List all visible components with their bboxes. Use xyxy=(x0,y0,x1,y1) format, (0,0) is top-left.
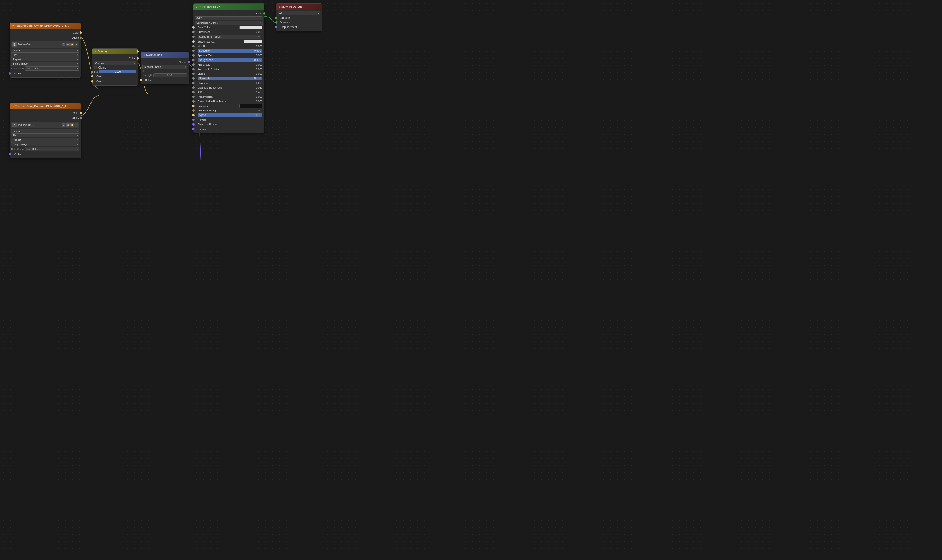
vector-socket-in-1[interactable] xyxy=(9,72,11,75)
interpolation-select-1[interactable]: Linear xyxy=(11,49,79,53)
base-color-socket[interactable] xyxy=(192,26,195,29)
projection-select-1[interactable]: Flat xyxy=(11,53,79,57)
projection-wrap-1[interactable]: Flat xyxy=(11,53,79,57)
roughness-socket[interactable] xyxy=(192,59,195,61)
shield-btn-1[interactable]: 🛡 xyxy=(62,43,65,46)
collapse-icon-2[interactable]: ∨ xyxy=(12,105,14,108)
subsurface-radius-socket[interactable] xyxy=(192,35,195,38)
copy-btn-2[interactable]: ⧉ xyxy=(66,123,70,127)
space-select[interactable]: Tangent Space xyxy=(142,65,188,69)
blend-mode-select[interactable]: Overlay xyxy=(94,61,136,65)
color-socket-out-1[interactable] xyxy=(80,31,82,34)
bsdf-title: Principled BSDF xyxy=(199,5,220,8)
fac-value[interactable]: 1.000 xyxy=(99,70,136,73)
strength-value[interactable]: 1.000 xyxy=(153,73,187,77)
distribution-wrap[interactable]: GGX xyxy=(195,16,263,20)
collapse-icon-matout[interactable]: ∨ xyxy=(279,6,280,8)
emission-socket[interactable] xyxy=(192,105,195,107)
subsurface-method-select[interactable]: Christensen-Burley xyxy=(195,21,263,25)
specular-tint-socket[interactable] xyxy=(192,54,195,57)
space-wrap[interactable]: Tangent Space xyxy=(142,65,188,69)
copy-btn-1[interactable]: ⧉ xyxy=(66,43,70,46)
bsdf-socket-out[interactable] xyxy=(263,12,265,15)
metallic-socket[interactable] xyxy=(192,45,195,47)
target-select[interactable]: All xyxy=(278,11,320,15)
subsurface-color-socket[interactable] xyxy=(192,40,195,43)
emission-swatch[interactable] xyxy=(239,104,262,108)
sheen-tint-socket[interactable] xyxy=(192,77,195,80)
clamp-checkbox[interactable] xyxy=(94,66,97,69)
color-socket-out-2[interactable] xyxy=(80,112,82,114)
base-color-swatch[interactable] xyxy=(239,26,262,29)
color-space-wrap-1[interactable]: Non-Color xyxy=(25,66,79,71)
volume-socket[interactable] xyxy=(275,22,277,24)
clearcoat-roughness-socket[interactable] xyxy=(192,86,195,89)
folder-btn-2[interactable]: 📁 xyxy=(70,123,74,127)
alpha-socket[interactable] xyxy=(192,114,195,116)
sheen-socket[interactable] xyxy=(192,73,195,75)
color-socket-overlay-out2[interactable] xyxy=(137,57,139,60)
ior-socket[interactable] xyxy=(192,91,195,93)
fac-socket[interactable] xyxy=(91,71,93,73)
extension-select-2[interactable]: Repeat xyxy=(11,138,79,142)
subsurface-radius-select[interactable]: Subsurface Radius xyxy=(197,35,261,39)
normal-socket-bsdf[interactable] xyxy=(192,118,195,121)
subsurface-socket[interactable] xyxy=(192,31,195,33)
alpha-socket-out-1[interactable] xyxy=(80,37,82,39)
subsurface-method-wrap[interactable]: Christensen-Burley xyxy=(195,21,263,25)
normal-socket-out[interactable] xyxy=(188,61,190,63)
distribution-select[interactable]: GGX xyxy=(195,16,263,20)
trans-roughness-socket[interactable] xyxy=(192,100,195,103)
source-wrap-2[interactable]: Single Image xyxy=(11,142,79,146)
blend-mode-wrap[interactable]: Overlay xyxy=(94,61,136,65)
alpha-socket-out-2[interactable] xyxy=(80,117,82,119)
transmission-socket[interactable] xyxy=(192,95,195,98)
interpolation-wrap-2[interactable]: Linear xyxy=(11,129,79,133)
color-space-select-1[interactable]: Non-Color xyxy=(25,66,79,71)
collapse-icon-1[interactable]: ∨ xyxy=(12,25,14,27)
projection-select-2[interactable]: Flat xyxy=(11,133,79,137)
clearcoat-socket[interactable] xyxy=(192,82,195,84)
source-select-2[interactable]: Single Image xyxy=(11,142,79,146)
subsurface-color-swatch[interactable] xyxy=(244,40,262,43)
color-space-wrap-2[interactable]: Non-Color xyxy=(25,147,79,151)
source-wrap-1[interactable]: Single Image xyxy=(11,62,79,66)
overlay-title: Overlay xyxy=(97,50,108,53)
extension-select-1[interactable]: Repeat xyxy=(11,57,79,62)
tangent-socket[interactable] xyxy=(192,128,195,130)
collapse-icon-overlay[interactable]: ∨ xyxy=(94,50,96,53)
folder-btn-1[interactable]: 📁 xyxy=(70,43,74,46)
color2-socket[interactable] xyxy=(91,80,93,83)
specular-tint-label: Specular Tint xyxy=(197,54,256,57)
specular-socket[interactable] xyxy=(192,50,195,52)
vector-socket-in-2[interactable] xyxy=(9,153,11,155)
close-btn-2[interactable]: × xyxy=(75,123,78,127)
collapse-icon-bsdf[interactable]: ∨ xyxy=(196,6,197,8)
color-socket-overlay-out[interactable] xyxy=(137,50,139,53)
specular-tint-value: 0.000 xyxy=(256,54,262,57)
anisotropic-value: 0.000 xyxy=(256,63,262,66)
color1-socket[interactable] xyxy=(91,75,93,77)
displacement-socket[interactable] xyxy=(275,26,277,28)
sheen-value: 0.000 xyxy=(256,72,262,75)
collapse-icon-normalmap[interactable]: ∨ xyxy=(143,54,145,57)
surface-socket[interactable] xyxy=(275,17,277,19)
clearcoat-normal-socket[interactable] xyxy=(192,123,195,126)
target-wrap[interactable]: All xyxy=(278,11,320,15)
close-btn-1[interactable]: × xyxy=(75,43,78,46)
extension-wrap-1[interactable]: Repeat xyxy=(11,57,79,62)
color-space-select-2[interactable]: Non-Color xyxy=(25,147,79,151)
interpolation-select-2[interactable]: Linear xyxy=(11,129,79,133)
shield-btn-2[interactable]: 🛡 xyxy=(62,123,65,127)
roughness-label: Roughness xyxy=(199,58,213,62)
interpolation-wrap-1[interactable]: Linear xyxy=(11,49,79,53)
emission-strength-socket[interactable] xyxy=(192,109,195,112)
projection-wrap-2[interactable]: Flat xyxy=(11,133,79,137)
extension-wrap-2[interactable]: Repeat xyxy=(11,138,79,142)
aniso-rotation-socket[interactable] xyxy=(192,68,195,70)
subsurface-radius-wrap[interactable]: Subsurface Radius xyxy=(197,35,261,39)
source-select-1[interactable]: Single Image xyxy=(11,62,79,66)
strength-label: Strength xyxy=(143,74,152,77)
color-socket-normalmap-in[interactable] xyxy=(140,79,142,81)
anisotropic-socket[interactable] xyxy=(192,63,195,66)
